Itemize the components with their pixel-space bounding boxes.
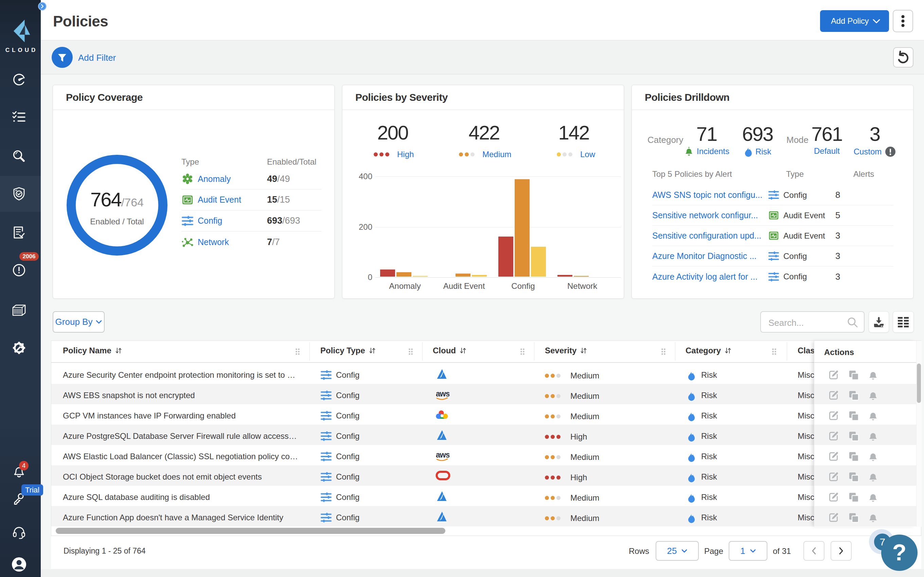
svg-text:aws: aws [436, 450, 449, 459]
svg-text:aws: aws [436, 389, 449, 398]
